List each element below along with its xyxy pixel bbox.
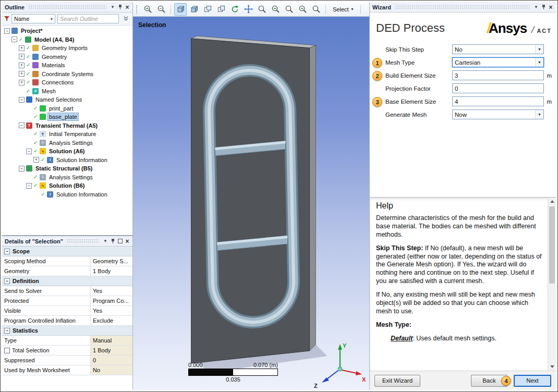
expand-icon[interactable]: + [33, 157, 39, 163]
search-outline-input[interactable] [57, 14, 119, 23]
generate-mesh-dropdown[interactable]: Now▼ [452, 109, 544, 119]
chevron-down-icon[interactable]: ▼ [102, 238, 109, 245]
tree-item-base-plate[interactable]: ✓base_plate [2, 113, 132, 121]
tree-item-solution-information[interactable]: +✓iSolution Information [2, 156, 132, 165]
mesh-type-dropdown[interactable]: Cartesian▼ [452, 57, 544, 67]
tree-item-solution-b6[interactable]: −✓ϟSolution (B6) [2, 181, 132, 190]
pan-icon[interactable] [242, 3, 254, 16]
details-value[interactable]: 1 Body [91, 266, 132, 276]
manage-views-icon[interactable] [215, 3, 227, 16]
tree-item-materials[interactable]: +✓Materials [2, 61, 132, 70]
filter-name-dropdown[interactable]: Name ▾ [11, 14, 55, 23]
details-value[interactable]: Geometry S... [91, 256, 132, 266]
select-mode-dropdown[interactable]: Select ▾ [329, 4, 357, 15]
zoom-in-icon[interactable]: + [141, 3, 154, 16]
pin-icon[interactable] [109, 238, 116, 245]
tree-item-solution-a6[interactable]: −✓ϟSolution (A6) [2, 147, 132, 156]
expand-icon[interactable]: + [19, 54, 25, 59]
help-scrollbar[interactable] [548, 198, 556, 371]
svg-text:+: + [300, 6, 303, 11]
details-value[interactable]: Yes [91, 306, 132, 315]
collapse-icon[interactable]: − [4, 249, 10, 254]
details-section-statistics[interactable]: −Statistics [2, 326, 132, 336]
orientation-triad[interactable]: Y X Z [310, 341, 367, 389]
tree-item-named-selections[interactable]: −Named Selections [2, 95, 132, 104]
zoom-fit-icon[interactable] [283, 3, 295, 16]
zoom-magnify-icon[interactable]: + [296, 3, 309, 16]
tree-item-mesh[interactable]: ✓#Mesh [2, 87, 132, 96]
model-geometry[interactable] [133, 17, 369, 390]
skip-this-step-dropdown[interactable]: No▼ [452, 44, 544, 54]
collapse-icon[interactable]: − [4, 28, 10, 34]
details-value[interactable]: No [91, 365, 132, 375]
tree-item-static-structural-b5[interactable]: −Static Structural (B5) [2, 164, 132, 173]
scroll-down-icon[interactable] [548, 363, 556, 371]
look-at-face-icon[interactable] [188, 3, 200, 16]
graphics-viewport[interactable]: Selection 0.000 0 [133, 17, 369, 390]
zoom-out-icon[interactable]: − [155, 3, 167, 16]
collapse-icon[interactable]: − [19, 123, 25, 128]
chevron-down-icon[interactable]: ▼ [532, 4, 540, 11]
scrollbar-thumb[interactable] [549, 206, 555, 284]
close-icon[interactable]: × [124, 238, 131, 245]
tree-item-coordinate-systems[interactable]: +✓Coordinate Systems [2, 70, 132, 79]
image-capture-icon[interactable] [201, 3, 214, 16]
base-element-size-input[interactable]: 4 [452, 96, 544, 106]
close-icon[interactable]: × [547, 4, 554, 11]
expand-icon[interactable]: + [19, 80, 25, 85]
details-section-scope[interactable]: −Scope [2, 247, 132, 256]
projection-factor-input[interactable]: 0 [452, 83, 544, 93]
collapse-icon[interactable]: − [26, 149, 32, 154]
collapse-icon[interactable]: − [11, 36, 17, 42]
tree-item-connections[interactable]: +✓Connections [2, 78, 132, 87]
details-value[interactable]: 0 [91, 356, 132, 365]
build-element-size-input[interactable]: 3 [452, 70, 544, 80]
panel-drag-area[interactable] [67, 239, 99, 243]
details-value[interactable]: Manual [91, 336, 132, 345]
details-value[interactable]: Exclude [91, 316, 132, 325]
tree-item-geometry[interactable]: +✓Geometry [2, 53, 132, 62]
panel-drag-area[interactable] [28, 5, 106, 9]
zoom-mode-icon[interactable] [256, 3, 268, 16]
expand-options-icon[interactable] [121, 14, 130, 24]
collapse-icon[interactable]: − [19, 97, 25, 103]
collapse-icon[interactable]: − [4, 328, 10, 334]
next-button[interactable]: Next [514, 375, 551, 387]
collapse-icon[interactable]: − [19, 166, 25, 172]
details-value[interactable]: Program Co... [91, 296, 132, 305]
tree-item-model-a4-b4[interactable]: −✓Model (A4, B4) [2, 35, 132, 44]
pin-icon[interactable] [116, 4, 124, 11]
rotate-icon[interactable] [228, 3, 241, 16]
exit-wizard-button[interactable]: Exit Wizard [374, 375, 420, 387]
expand-icon[interactable]: + [19, 71, 25, 77]
details-value[interactable]: Yes [91, 286, 132, 296]
isometric-view-icon[interactable] [174, 3, 187, 16]
tree-item-solution-information[interactable]: ✓iSolution Information [2, 190, 132, 199]
tree-item-analysis-settings[interactable]: ✓≡Analysis Settings [2, 173, 132, 182]
tree-item-project[interactable]: −Project* [2, 27, 132, 35]
zoom-all-icon[interactable] [310, 3, 322, 16]
z-axis-arrow[interactable] [326, 371, 338, 379]
details-section-definition[interactable]: −Definition [2, 276, 132, 286]
tree-item-initial-temperature[interactable]: ✓TInitial Temperature [2, 130, 132, 139]
details-value[interactable]: 1 Body [91, 346, 132, 355]
x-axis-arrow[interactable] [342, 370, 357, 373]
tree-item-analysis-settings[interactable]: ✓≡Analysis Settings [2, 139, 132, 148]
panel-drag-area[interactable] [395, 5, 530, 9]
tree-item-print-part[interactable]: ✓print_part [2, 104, 132, 113]
pin-icon[interactable] [540, 4, 547, 11]
scroll-up-icon[interactable] [548, 198, 556, 205]
expand-icon[interactable]: + [19, 45, 25, 51]
tree-item-geometry-imports[interactable]: +✓Geometry Imports [2, 44, 132, 53]
float-icon[interactable] [116, 238, 124, 245]
box-zoom-icon[interactable]: + [269, 3, 282, 16]
toolbar-grip[interactable] [136, 5, 138, 14]
tree-item-transient-thermal-a5[interactable]: −TTransient Thermal (A5) [2, 121, 132, 130]
collapse-icon[interactable]: − [4, 278, 10, 284]
triad-origin[interactable] [338, 367, 342, 371]
checkbox-icon[interactable] [4, 348, 10, 353]
collapse-icon[interactable]: − [26, 183, 32, 189]
close-icon[interactable]: × [124, 4, 131, 11]
chevron-down-icon[interactable]: ▼ [109, 4, 116, 11]
expand-icon[interactable]: + [19, 63, 25, 68]
